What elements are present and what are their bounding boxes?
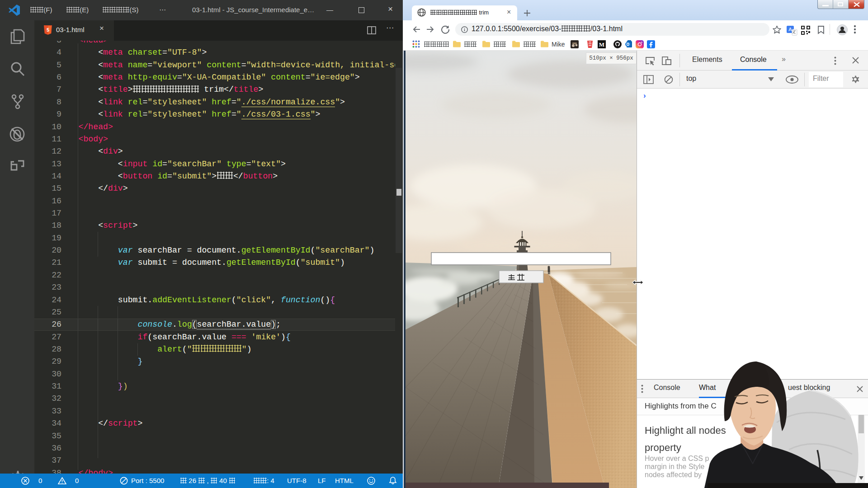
svg-text:5: 5 xyxy=(47,27,49,33)
svg-text:A: A xyxy=(788,27,792,32)
svg-text:M: M xyxy=(599,41,604,48)
